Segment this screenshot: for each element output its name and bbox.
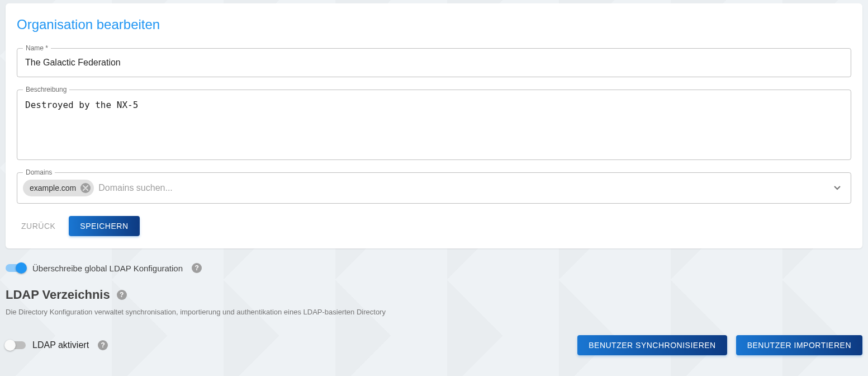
ldap-section: Überschreibe global LDAP Konfiguration ?… (0, 248, 868, 355)
save-button[interactable]: SPEICHERN (69, 216, 139, 236)
help-icon[interactable]: ? (117, 290, 127, 300)
ldap-heading-row: LDAP Verzeichnis ? (6, 288, 862, 302)
override-ldap-toggle[interactable] (6, 264, 26, 272)
description-input[interactable] (17, 90, 851, 157)
ldap-description: Die Directory Konfiguration verwaltet sy… (6, 308, 862, 316)
ldap-bottom-row: LDAP aktiviert ? BENUTZER SYNCHRONISIERE… (6, 335, 862, 355)
name-label: Name * (23, 44, 51, 52)
ldap-heading: LDAP Verzeichnis (6, 288, 110, 302)
description-label: Beschreibung (23, 86, 69, 93)
edit-organisation-card: Organisation bearbeiten Name * Beschreib… (6, 3, 862, 248)
domains-search-input[interactable] (98, 183, 828, 193)
domains-field-wrapper[interactable]: Domains example.com (17, 172, 851, 204)
sync-users-button[interactable]: BENUTZER SYNCHRONISIEREN (577, 335, 727, 355)
import-users-button[interactable]: BENUTZER IMPORTIEREN (736, 335, 862, 355)
close-icon[interactable] (80, 183, 91, 193)
domain-chip-label: example.com (30, 184, 76, 192)
name-field-wrapper: Name * (17, 48, 851, 77)
help-icon[interactable]: ? (192, 263, 202, 273)
ldap-enabled-label: LDAP aktiviert (32, 340, 89, 350)
description-field-wrapper: Beschreibung (17, 90, 851, 160)
ldap-enabled-toggle[interactable] (6, 341, 26, 349)
override-ldap-label: Überschreibe global LDAP Konfiguration (32, 264, 183, 273)
help-icon[interactable]: ? (98, 340, 108, 350)
domains-label: Domains (23, 168, 55, 176)
name-input[interactable] (17, 49, 851, 77)
override-ldap-row: Überschreibe global LDAP Konfiguration ? (6, 263, 862, 273)
domain-chip: example.com (23, 180, 94, 196)
back-button[interactable]: ZURÜCK (17, 216, 60, 236)
chevron-down-icon[interactable] (831, 181, 844, 195)
card-title: Organisation bearbeiten (17, 17, 851, 32)
card-actions: ZURÜCK SPEICHERN (17, 216, 851, 236)
